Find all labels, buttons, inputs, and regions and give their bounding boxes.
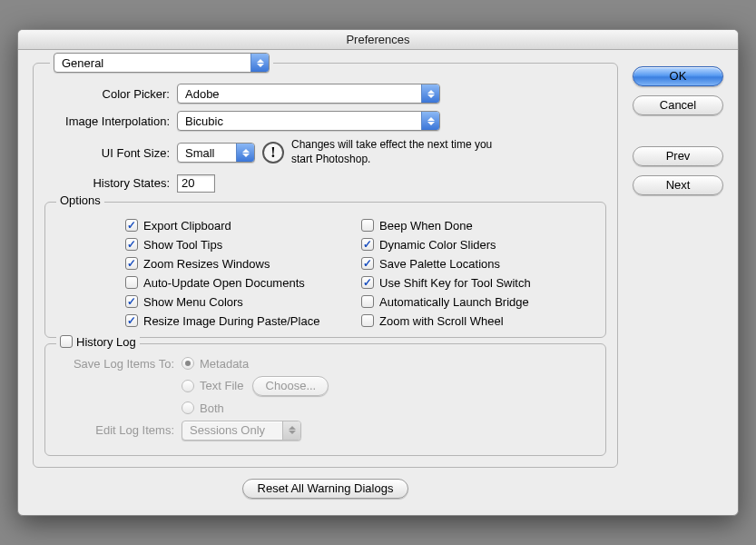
color-picker-value: Adobe <box>185 87 220 101</box>
option-label: Zoom with Scroll Wheel <box>379 314 504 328</box>
option-checkbox[interactable]: Show Menu Colors <box>125 295 361 309</box>
edit-log-select: Sessions Only <box>182 421 301 441</box>
option-label: Export Clipboard <box>143 219 231 233</box>
image-interpolation-select[interactable]: Bicubic <box>177 111 440 131</box>
checkbox-box-icon <box>125 257 138 270</box>
radio-metadata-label: Metadata <box>200 357 249 371</box>
options-group: Options Export ClipboardBeep When DoneSh… <box>44 202 606 338</box>
option-checkbox[interactable]: Zoom with Scroll Wheel <box>361 314 594 328</box>
history-log-legend: History Log <box>56 335 140 349</box>
option-checkbox[interactable]: Automatically Launch Bridge <box>361 295 594 309</box>
window-title: Preferences <box>18 30 738 50</box>
edit-log-row: Edit Log Items: Sessions Only <box>64 421 594 441</box>
dropdown-arrows-icon <box>250 54 269 72</box>
next-button[interactable]: Next <box>633 175 723 195</box>
dropdown-arrows-icon <box>421 84 439 103</box>
alert-icon: ! <box>262 142 284 164</box>
checkbox-box-icon <box>361 238 374 251</box>
option-checkbox[interactable]: Save Palette Locations <box>361 257 594 271</box>
general-group: General Color Picker: Adobe Image Interp… <box>33 63 618 467</box>
option-checkbox[interactable]: Export Clipboard <box>125 219 361 233</box>
history-log-group: History Log Save Log Items To: Metadata … <box>44 343 606 456</box>
dropdown-arrows-icon <box>236 144 254 162</box>
option-checkbox[interactable]: Beep When Done <box>361 219 594 233</box>
ui-font-size-label: UI Font Size: <box>44 146 177 160</box>
history-log-legend-text: History Log <box>76 335 136 349</box>
option-label: Save Palette Locations <box>379 257 500 271</box>
options-legend: Options <box>56 193 104 207</box>
option-label: Auto-Update Open Documents <box>143 276 305 290</box>
checkbox-box-icon <box>125 276 138 289</box>
checkbox-box-icon <box>361 257 374 270</box>
dropdown-arrows-icon <box>421 112 439 130</box>
save-log-label: Save Log Items To: <box>64 357 182 371</box>
option-label: Automatically Launch Bridge <box>379 295 529 309</box>
radio-text-file-label: Text File <box>200 379 243 392</box>
option-checkbox[interactable]: Use Shift Key for Tool Switch <box>361 276 594 290</box>
image-interpolation-row: Image Interpolation: Bicubic <box>44 111 606 131</box>
checkbox-box-icon <box>125 295 138 308</box>
color-picker-label: Color Picker: <box>44 87 177 101</box>
edit-log-label: Edit Log Items: <box>64 423 182 437</box>
history-states-row: History States: <box>44 174 606 193</box>
option-checkbox[interactable]: Show Tool Tips <box>125 238 361 252</box>
option-checkbox[interactable]: Dynamic Color Sliders <box>361 238 594 252</box>
radio-dot-icon <box>182 357 194 370</box>
option-label: Dynamic Color Sliders <box>379 238 496 252</box>
option-checkbox[interactable]: Resize Image During Paste/Place <box>125 314 361 328</box>
font-size-note: Changes will take effect the next time y… <box>291 138 500 166</box>
radio-text-file: Text File <box>182 379 243 392</box>
button-column: OK Cancel Prev Next <box>633 63 723 498</box>
image-interpolation-value: Bicubic <box>185 114 223 128</box>
prev-button[interactable]: Prev <box>633 146 723 166</box>
choose-button: Choose... <box>252 376 329 396</box>
reset-warnings-button[interactable]: Reset All Warning Dialogs <box>242 479 409 499</box>
reset-row: Reset All Warning Dialogs <box>33 479 618 499</box>
ui-font-size-select[interactable]: Small <box>177 143 255 163</box>
checkbox-box-icon <box>361 295 374 308</box>
category-select[interactable]: General <box>54 53 270 73</box>
image-interpolation-label: Image Interpolation: <box>44 114 177 128</box>
category-select-value: General <box>62 56 103 70</box>
save-log-row-2: Both <box>64 401 594 415</box>
history-log-body: Save Log Items To: Metadata Text File Ch… <box>56 357 594 441</box>
checkbox-box-icon <box>361 314 374 327</box>
color-picker-row: Color Picker: Adobe <box>44 84 606 104</box>
checkbox-box-icon <box>361 276 374 289</box>
save-log-row-1: Text File Choose... <box>64 376 594 396</box>
save-log-row-0: Save Log Items To: Metadata <box>64 357 594 371</box>
checkbox-box-icon <box>361 219 374 232</box>
option-label: Show Menu Colors <box>143 295 243 309</box>
option-label: Beep When Done <box>379 219 473 233</box>
history-states-input[interactable] <box>177 174 215 193</box>
option-checkbox[interactable]: Zoom Resizes Windows <box>125 257 361 271</box>
radio-both: Both <box>182 401 224 415</box>
main-column: General Color Picker: Adobe Image Interp… <box>33 63 618 498</box>
edit-log-value: Sessions Only <box>190 423 265 437</box>
options-grid: Export ClipboardBeep When DoneShow Tool … <box>56 215 594 328</box>
window-content: General Color Picker: Adobe Image Interp… <box>18 50 738 514</box>
radio-dot-icon <box>182 380 194 392</box>
category-select-wrap: General <box>50 53 273 73</box>
option-label: Zoom Resizes Windows <box>143 257 270 271</box>
cancel-button[interactable]: Cancel <box>633 95 723 115</box>
option-label: Resize Image During Paste/Place <box>143 314 319 328</box>
option-label: Use Shift Key for Tool Switch <box>379 276 531 290</box>
ui-font-size-value: Small <box>185 146 215 160</box>
option-label: Show Tool Tips <box>143 238 222 252</box>
radio-metadata: Metadata <box>182 357 249 371</box>
preferences-window: Preferences General Color Picker: Adobe <box>17 29 739 515</box>
ui-font-size-row: UI Font Size: Small ! Changes will take … <box>44 138 606 166</box>
radio-both-label: Both <box>200 401 224 415</box>
checkbox-box-icon <box>125 219 138 232</box>
checkbox-box-icon <box>125 238 138 251</box>
color-picker-select[interactable]: Adobe <box>177 84 440 104</box>
ok-button[interactable]: OK <box>633 66 723 86</box>
option-checkbox[interactable]: Auto-Update Open Documents <box>125 276 361 290</box>
history-states-label: History States: <box>44 176 177 190</box>
checkbox-box-icon <box>60 335 73 348</box>
radio-dot-icon <box>182 401 194 414</box>
history-log-checkbox[interactable] <box>60 335 73 348</box>
dropdown-arrows-icon <box>282 421 300 440</box>
checkbox-box-icon <box>125 314 138 327</box>
